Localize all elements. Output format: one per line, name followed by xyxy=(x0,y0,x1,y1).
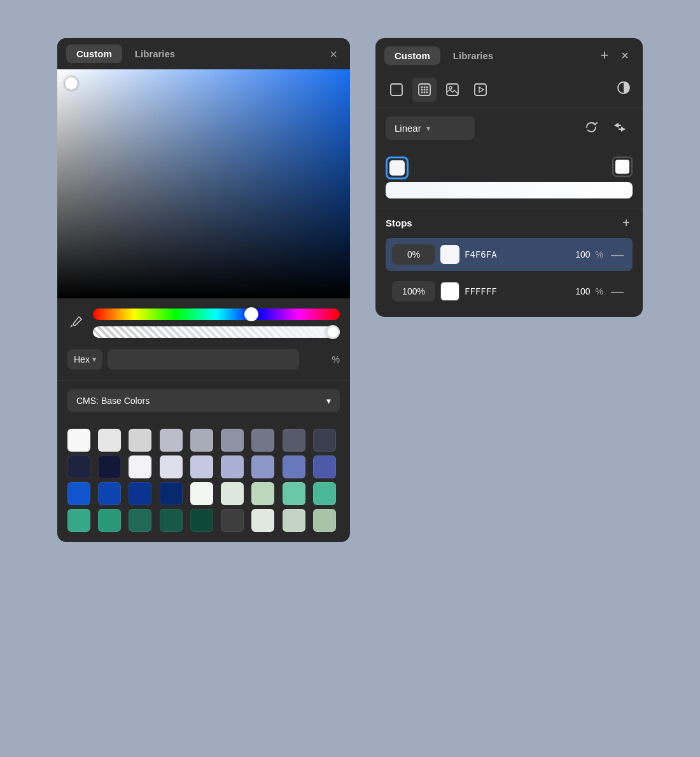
swatch[interactable] xyxy=(313,429,336,452)
swatch[interactable] xyxy=(160,509,183,532)
cms-dropdown[interactable]: CMS: Base Colors ▾ xyxy=(67,389,340,412)
rotate-icon xyxy=(584,120,598,134)
stop-row-1[interactable]: F4F6FA % — xyxy=(386,238,633,271)
stop-thumb-inner-right xyxy=(615,160,629,174)
hex-type-dropdown[interactable]: Hex ▾ xyxy=(67,349,102,370)
svg-point-8 xyxy=(421,92,423,94)
swatch[interactable] xyxy=(283,455,305,478)
stop-1-percent[interactable] xyxy=(392,244,435,265)
left-close-button[interactable]: × xyxy=(326,45,341,63)
swatch[interactable] xyxy=(67,509,90,532)
gradient-stops-row xyxy=(386,151,633,179)
gradient-bar[interactable] xyxy=(386,182,633,198)
opacity-input[interactable]: 100 xyxy=(304,354,327,365)
stops-title: Stops xyxy=(386,218,412,228)
svg-rect-11 xyxy=(447,84,458,95)
alpha-slider[interactable] xyxy=(93,326,340,338)
stop-1-remove-button[interactable]: — xyxy=(608,248,626,261)
swatch[interactable] xyxy=(313,509,336,532)
stop-2-color-preview[interactable] xyxy=(440,282,459,301)
swatch[interactable] xyxy=(251,482,274,505)
stop-2-percent[interactable] xyxy=(392,281,435,302)
swatch[interactable] xyxy=(129,455,151,478)
swatch[interactable] xyxy=(67,482,90,505)
swatch[interactable] xyxy=(160,482,183,505)
stop-2-remove-button[interactable]: — xyxy=(608,285,626,298)
swatch[interactable] xyxy=(283,509,305,532)
image-fill-button[interactable] xyxy=(440,78,465,102)
swatch[interactable] xyxy=(98,482,121,505)
swatch[interactable] xyxy=(190,482,213,505)
stop-thumb-inner-left xyxy=(389,160,405,176)
swatch[interactable] xyxy=(221,455,244,478)
swatch[interactable] xyxy=(283,482,305,505)
add-fill-button[interactable]: + xyxy=(595,45,613,66)
swatch[interactable] xyxy=(98,429,121,452)
swatch[interactable] xyxy=(190,455,213,478)
swatch[interactable] xyxy=(221,429,244,452)
swatch[interactable] xyxy=(160,455,183,478)
eyedropper-icon xyxy=(70,316,83,328)
color-picker-canvas[interactable] xyxy=(57,69,350,298)
stop-1-opacity[interactable] xyxy=(568,249,591,260)
swatch[interactable] xyxy=(67,455,90,478)
gradient-stop-left[interactable] xyxy=(386,156,409,179)
swatch[interactable] xyxy=(160,429,183,452)
left-tab-custom[interactable]: Custom xyxy=(66,45,122,63)
swatch[interactable] xyxy=(313,482,336,505)
swatch[interactable] xyxy=(221,509,244,532)
right-close-button[interactable]: × xyxy=(616,45,634,66)
swatch[interactable] xyxy=(190,509,213,532)
hex-label: Hex xyxy=(74,354,90,365)
video-fill-button[interactable] xyxy=(468,78,493,102)
swatch[interactable] xyxy=(190,429,213,452)
hue-slider[interactable] xyxy=(93,309,340,320)
svg-point-2 xyxy=(421,87,423,88)
hex-input[interactable]: F4F6FA xyxy=(108,349,299,370)
left-panel-header: Custom Libraries × xyxy=(57,38,350,69)
stop-2-opacity[interactable] xyxy=(568,286,591,296)
fill-type-row xyxy=(375,73,643,108)
swatch[interactable] xyxy=(98,455,121,478)
stop-2-opacity-symbol: % xyxy=(596,286,603,296)
swatch[interactable] xyxy=(251,429,274,452)
reverse-icon xyxy=(612,120,627,134)
rotate-gradient-button[interactable] xyxy=(579,116,603,140)
left-tab-libraries[interactable]: Libraries xyxy=(125,45,185,63)
reverse-gradient-button[interactable] xyxy=(607,116,633,140)
color-swatches-grid xyxy=(57,421,350,542)
opacity-icon xyxy=(616,80,631,95)
right-tab-custom[interactable]: Custom xyxy=(384,46,440,65)
right-tab-libraries[interactable]: Libraries xyxy=(443,46,503,65)
solid-fill-button[interactable] xyxy=(384,78,409,102)
swatch[interactable] xyxy=(129,509,151,532)
stop-1-color-preview[interactable] xyxy=(440,245,459,264)
swatch[interactable] xyxy=(251,455,274,478)
swatch[interactable] xyxy=(129,429,151,452)
swatch[interactable] xyxy=(251,509,274,532)
hex-row: Hex ▾ F4F6FA 100 % xyxy=(57,343,350,380)
stop-1-opacity-symbol: % xyxy=(596,249,603,260)
swatch[interactable] xyxy=(67,429,90,452)
eyedropper-button[interactable] xyxy=(67,313,85,334)
picker-handle[interactable] xyxy=(65,77,78,90)
swatch[interactable] xyxy=(313,455,336,478)
swatch[interactable] xyxy=(283,429,305,452)
gradient-type-dropdown[interactable]: Linear ▾ xyxy=(386,116,475,140)
svg-marker-14 xyxy=(479,87,484,92)
swatch[interactable] xyxy=(129,482,151,505)
stops-section: Stops + F4F6FA % — FFFFFF % — xyxy=(375,209,643,317)
add-stop-button[interactable]: + xyxy=(620,214,633,232)
swatch[interactable] xyxy=(98,509,121,532)
video-fill-icon xyxy=(473,83,487,97)
gradient-stop-right[interactable] xyxy=(612,156,633,177)
cms-label: CMS: Base Colors xyxy=(76,396,150,406)
svg-point-10 xyxy=(426,92,428,94)
opacity-button[interactable] xyxy=(613,78,634,102)
cms-chevron-icon: ▾ xyxy=(326,396,331,406)
swatch[interactable] xyxy=(221,482,244,505)
stop-row-2[interactable]: FFFFFF % — xyxy=(386,275,633,308)
solid-fill-icon xyxy=(389,83,403,97)
gradient-preview-section xyxy=(375,149,643,209)
dots-fill-button[interactable] xyxy=(412,78,437,102)
